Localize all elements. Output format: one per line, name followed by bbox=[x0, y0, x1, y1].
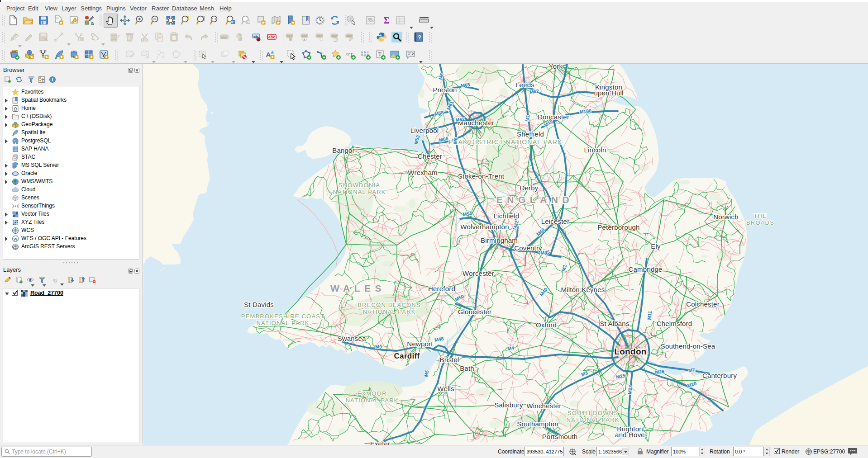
svg-text:Coventry: Coventry bbox=[514, 244, 542, 252]
svg-text:Liverpool: Liverpool bbox=[410, 127, 439, 134]
svg-text:Oxford: Oxford bbox=[536, 321, 557, 329]
svg-text:A: A bbox=[266, 51, 271, 58]
svg-text:Leeds: Leeds bbox=[515, 81, 534, 89]
svg-text:abc: abc bbox=[221, 35, 227, 39]
svg-text:Worcester: Worcester bbox=[463, 269, 494, 277]
svg-text:SNOWDONIA: SNOWDONIA bbox=[339, 182, 380, 189]
svg-text:i: i bbox=[52, 77, 53, 82]
svg-text:Canterbury: Canterbury bbox=[702, 372, 737, 379]
svg-text:St Davids: St Davids bbox=[244, 301, 274, 308]
svg-text:Southampton: Southampton bbox=[517, 420, 558, 428]
svg-text:Southend-on-Sea: Southend-on-Sea bbox=[661, 342, 715, 350]
svg-text:NATIONAL PARK: NATIONAL PARK bbox=[333, 189, 386, 195]
svg-text:Cardiff: Cardiff bbox=[394, 352, 420, 360]
svg-text:Gloucester: Gloucester bbox=[458, 308, 492, 316]
svg-text:York: York bbox=[549, 64, 563, 70]
svg-text:Derby: Derby bbox=[520, 184, 538, 192]
svg-text:Peterborough: Peterborough bbox=[597, 223, 639, 231]
svg-text:M1: M1 bbox=[524, 114, 530, 122]
svg-text:M54: M54 bbox=[463, 211, 472, 217]
svg-text:Chelmsford: Chelmsford bbox=[657, 320, 692, 327]
svg-text:M180: M180 bbox=[579, 108, 591, 114]
svg-text:PEAK DISTRICT NATIONAL PARK: PEAK DISTRICT NATIONAL PARK bbox=[448, 138, 562, 146]
svg-text:i: i bbox=[350, 17, 351, 22]
svg-text:NATIONAL PARK: NATIONAL PARK bbox=[345, 397, 398, 404]
svg-text:Portsmouth: Portsmouth bbox=[542, 433, 578, 440]
svg-text:St Albans: St Albans bbox=[600, 320, 629, 327]
svg-text:upon Hull: upon Hull bbox=[594, 89, 623, 97]
svg-text:Ely: Ely bbox=[651, 242, 661, 250]
svg-text:Lichfield: Lichfield bbox=[494, 212, 520, 220]
svg-text:M26: M26 bbox=[655, 368, 665, 375]
svg-text:W: W bbox=[14, 237, 18, 241]
svg-text:EXMOOR: EXMOOR bbox=[358, 390, 387, 397]
svg-text:Stoke-on-Trent: Stoke-on-Trent bbox=[458, 172, 505, 180]
svg-text:abc: abc bbox=[316, 34, 322, 38]
svg-text:Lincoln: Lincoln bbox=[584, 146, 606, 154]
svg-text:Bangor: Bangor bbox=[332, 146, 355, 154]
svg-text:Newport: Newport bbox=[407, 340, 433, 348]
svg-text:SOUTH DOWNS: SOUTH DOWNS bbox=[568, 410, 618, 416]
svg-text:M4: M4 bbox=[507, 345, 514, 351]
svg-text:Swansea: Swansea bbox=[337, 335, 366, 342]
svg-text:Wells: Wells bbox=[437, 385, 454, 392]
svg-text:BRECON BEACONS: BRECON BEACONS bbox=[358, 302, 421, 308]
svg-text:NATIONAL PARK: NATIONAL PARK bbox=[566, 416, 619, 423]
svg-text:abc: abc bbox=[268, 35, 276, 39]
svg-text:abc: abc bbox=[331, 34, 337, 38]
svg-text:Salisbury: Salisbury bbox=[494, 401, 523, 409]
svg-text:abc: abc bbox=[346, 34, 352, 38]
svg-text:a b c: a b c bbox=[361, 50, 368, 54]
svg-text:and Hove: and Hove bbox=[615, 431, 645, 439]
svg-text:?: ? bbox=[418, 34, 421, 41]
svg-text:Norwich: Norwich bbox=[713, 213, 739, 221]
svg-text:Preston: Preston bbox=[433, 86, 457, 94]
svg-text:Winchester: Winchester bbox=[526, 402, 561, 410]
svg-text:THE: THE bbox=[754, 212, 767, 219]
svg-text:M62: M62 bbox=[455, 116, 465, 123]
svg-text:Milton Keynes: Milton Keynes bbox=[561, 286, 605, 293]
svg-text:Exeter: Exeter bbox=[370, 440, 391, 445]
svg-text:M4: M4 bbox=[375, 343, 382, 349]
svg-text:a: a bbox=[91, 20, 94, 26]
svg-text:Wrexham: Wrexham bbox=[408, 169, 437, 176]
svg-text:Hereford: Hereford bbox=[428, 285, 455, 293]
svg-text:1:1: 1:1 bbox=[212, 18, 216, 21]
svg-text:Bristol: Bristol bbox=[439, 356, 459, 364]
svg-text:NATIONAL PARK: NATIONAL PARK bbox=[362, 308, 415, 315]
svg-text:Sheffield: Sheffield bbox=[517, 130, 544, 138]
svg-text:Doncaster: Doncaster bbox=[538, 113, 569, 121]
svg-text:BROADS: BROADS bbox=[746, 219, 774, 226]
svg-text:NATIONAL PARK: NATIONAL PARK bbox=[256, 320, 309, 326]
svg-text:Cambridge: Cambridge bbox=[628, 265, 662, 273]
svg-text:Bath: Bath bbox=[460, 364, 474, 372]
svg-text:London: London bbox=[614, 347, 646, 356]
svg-text:Birmingham: Birmingham bbox=[481, 236, 518, 244]
svg-text:M6: M6 bbox=[452, 137, 458, 145]
svg-text:M23: M23 bbox=[627, 385, 633, 395]
svg-text:PEMBROKESHIRE COAST: PEMBROKESHIRE COAST bbox=[241, 313, 325, 320]
svg-text:Σ: Σ bbox=[383, 15, 389, 25]
svg-text:Wolverhampton: Wolverhampton bbox=[460, 223, 509, 231]
svg-text:Colchester: Colchester bbox=[686, 300, 720, 308]
svg-text:Chester: Chester bbox=[418, 152, 442, 160]
svg-text:M45: M45 bbox=[540, 249, 550, 255]
svg-text:abc: abc bbox=[301, 34, 307, 38]
svg-text:M11: M11 bbox=[646, 311, 653, 320]
svg-text:Leicester: Leicester bbox=[541, 217, 570, 225]
svg-text:ENGLAND: ENGLAND bbox=[496, 194, 573, 205]
svg-text:WALES: WALES bbox=[330, 283, 386, 293]
